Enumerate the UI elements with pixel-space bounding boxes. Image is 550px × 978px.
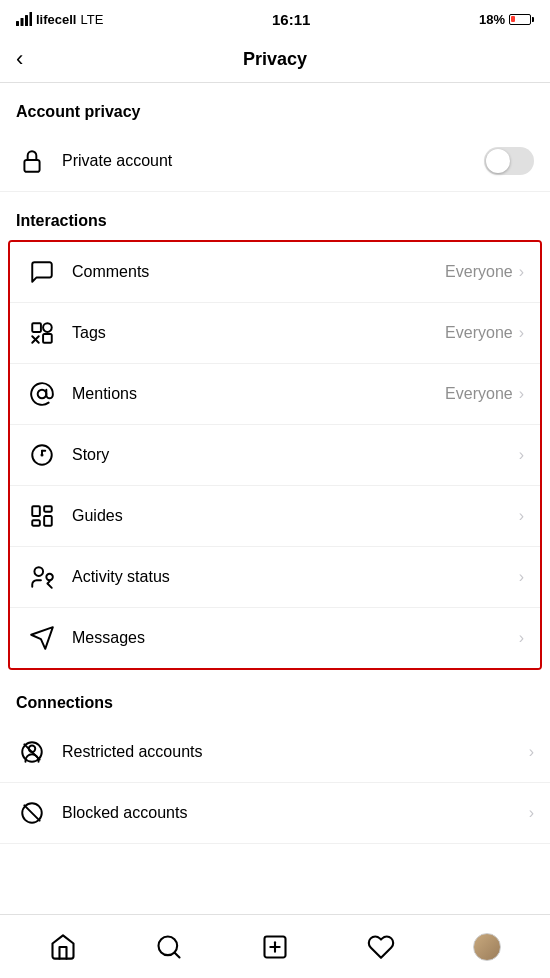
comments-chevron: › xyxy=(519,263,524,281)
profile-avatar xyxy=(473,933,501,961)
svg-rect-2 xyxy=(25,15,28,26)
section-connections: Connections Restricted accounts › xyxy=(0,674,550,844)
interactions-highlight-box: Comments Everyone › Tags Everyone xyxy=(8,240,542,670)
svg-rect-0 xyxy=(16,21,19,26)
create-icon xyxy=(261,933,289,961)
private-account-row[interactable]: Private account xyxy=(0,131,550,192)
tags-row[interactable]: Tags Everyone › xyxy=(10,303,540,364)
settings-content: Account privacy Private account Interact… xyxy=(0,83,550,905)
nav-likes[interactable] xyxy=(353,925,409,969)
story-row[interactable]: Story › xyxy=(10,425,540,486)
mentions-chevron: › xyxy=(519,385,524,403)
story-icon xyxy=(26,439,58,471)
battery-icon xyxy=(509,14,534,25)
activity-status-label: Activity status xyxy=(72,568,513,586)
section-title-connections: Connections xyxy=(0,674,550,722)
blocked-accounts-label: Blocked accounts xyxy=(62,804,523,822)
page-title: Privacy xyxy=(243,49,307,70)
comments-icon xyxy=(26,256,58,288)
nav-profile[interactable] xyxy=(459,925,515,969)
guides-row[interactable]: Guides › xyxy=(10,486,540,547)
search-icon xyxy=(155,933,183,961)
story-label: Story xyxy=(72,446,513,464)
restricted-accounts-chevron: › xyxy=(529,743,534,761)
svg-rect-17 xyxy=(44,516,52,526)
status-battery: 18% xyxy=(479,12,534,27)
activity-status-icon xyxy=(26,561,58,593)
mentions-icon xyxy=(26,378,58,410)
heart-icon xyxy=(367,933,395,961)
svg-point-10 xyxy=(38,390,47,399)
svg-line-26 xyxy=(24,805,39,820)
restricted-accounts-label: Restricted accounts xyxy=(62,743,523,761)
comments-row[interactable]: Comments Everyone › xyxy=(10,242,540,303)
svg-rect-16 xyxy=(44,506,52,511)
svg-rect-3 xyxy=(30,12,33,26)
status-bar: lifecell LTE 16:11 18% xyxy=(0,0,550,36)
section-title-account-privacy: Account privacy xyxy=(0,83,550,131)
mentions-row[interactable]: Mentions Everyone › xyxy=(10,364,540,425)
messages-label: Messages xyxy=(72,629,513,647)
nav-home[interactable] xyxy=(35,925,91,969)
restricted-accounts-row[interactable]: Restricted accounts › xyxy=(0,722,550,783)
svg-point-19 xyxy=(34,567,43,576)
blocked-accounts-chevron: › xyxy=(529,804,534,822)
activity-status-row[interactable]: Activity status › xyxy=(10,547,540,608)
svg-point-20 xyxy=(46,574,53,581)
svg-rect-5 xyxy=(32,323,41,332)
tags-chevron: › xyxy=(519,324,524,342)
section-interactions: Interactions Comments Everyone › xyxy=(0,192,550,670)
page-header: ‹ Privacy xyxy=(0,36,550,83)
svg-line-28 xyxy=(174,952,179,957)
guides-icon xyxy=(26,500,58,532)
restricted-accounts-icon xyxy=(16,736,48,768)
signal-icon xyxy=(16,12,32,26)
section-account-privacy: Account privacy Private account xyxy=(0,83,550,192)
nav-search[interactable] xyxy=(141,925,197,969)
mentions-value: Everyone xyxy=(445,385,513,403)
blocked-accounts-row[interactable]: Blocked accounts › xyxy=(0,783,550,844)
svg-rect-15 xyxy=(32,506,40,516)
blocked-accounts-icon xyxy=(16,797,48,829)
svg-marker-21 xyxy=(31,627,53,649)
comments-value: Everyone xyxy=(445,263,513,281)
mentions-label: Mentions xyxy=(72,385,445,403)
bottom-nav xyxy=(0,914,550,978)
svg-point-14 xyxy=(41,454,42,455)
svg-rect-18 xyxy=(32,520,40,525)
svg-point-6 xyxy=(43,323,52,332)
messages-icon xyxy=(26,622,58,654)
tags-label: Tags xyxy=(72,324,445,342)
private-account-label: Private account xyxy=(62,152,484,170)
home-icon xyxy=(49,933,77,961)
status-time: 16:11 xyxy=(272,11,310,28)
comments-label: Comments xyxy=(72,263,445,281)
messages-chevron: › xyxy=(519,629,524,647)
messages-row[interactable]: Messages › xyxy=(10,608,540,668)
private-account-toggle[interactable] xyxy=(484,147,534,175)
svg-rect-4 xyxy=(24,160,39,172)
guides-chevron: › xyxy=(519,507,524,525)
tags-value: Everyone xyxy=(445,324,513,342)
activity-status-chevron: › xyxy=(519,568,524,586)
svg-rect-1 xyxy=(21,18,24,26)
status-carrier: lifecell LTE xyxy=(16,12,103,27)
guides-label: Guides xyxy=(72,507,513,525)
tags-icon xyxy=(26,317,58,349)
lock-icon xyxy=(16,145,48,177)
section-title-interactions: Interactions xyxy=(0,192,550,240)
svg-rect-9 xyxy=(43,334,52,343)
back-button[interactable]: ‹ xyxy=(16,46,48,72)
story-chevron: › xyxy=(519,446,524,464)
nav-create[interactable] xyxy=(247,925,303,969)
